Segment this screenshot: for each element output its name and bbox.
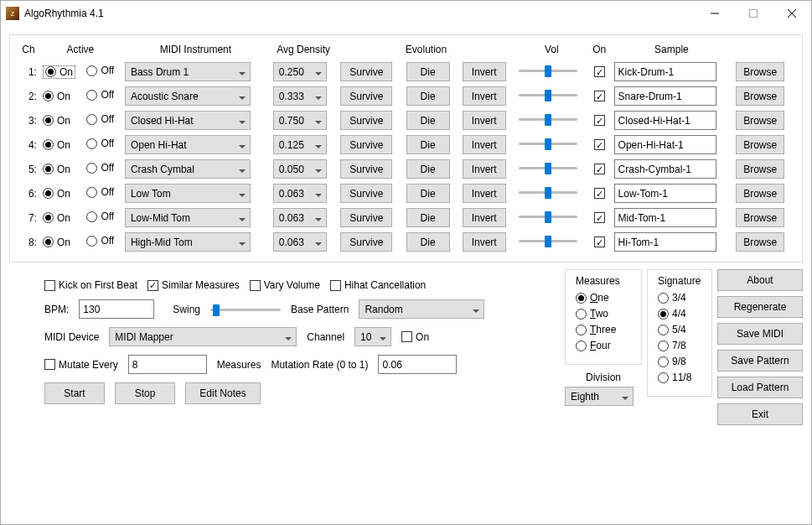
vary-volume-check[interactable]: Vary Volume <box>250 279 320 291</box>
volume-slider[interactable] <box>519 111 577 127</box>
active-off-radio[interactable]: Off <box>86 113 114 125</box>
similar-measures-check[interactable]: Similar Measures <box>147 279 240 291</box>
signature-option[interactable]: 4/4 <box>658 308 701 320</box>
die-button[interactable]: Die <box>406 184 450 203</box>
active-on-radio[interactable]: On <box>43 237 70 248</box>
midi-on-check[interactable]: On <box>401 331 429 343</box>
bpm-input[interactable]: 130 <box>79 299 154 319</box>
active-off-radio[interactable]: Off <box>86 65 114 76</box>
die-button[interactable]: Die <box>406 86 450 106</box>
density-combo[interactable]: 0.063 <box>273 232 327 252</box>
start-button[interactable]: Start <box>44 382 105 404</box>
browse-button[interactable]: Browse <box>736 184 784 203</box>
survive-button[interactable]: Survive <box>340 232 392 252</box>
edit-notes-button[interactable]: Edit Notes <box>185 382 261 404</box>
mutate-every-check[interactable]: Mutate Every <box>44 359 118 371</box>
measures-option[interactable]: Four <box>576 340 631 351</box>
invert-button[interactable]: Invert <box>463 159 506 179</box>
about-button[interactable]: About <box>717 269 803 291</box>
density-combo[interactable]: 0.125 <box>273 135 327 154</box>
invert-button[interactable]: Invert <box>463 184 506 203</box>
signature-option[interactable]: 5/4 <box>658 324 701 335</box>
sample-on-check[interactable] <box>594 237 605 247</box>
active-on-radio[interactable]: On <box>43 65 75 79</box>
instrument-combo[interactable]: Bass Drum 1 <box>125 62 251 81</box>
die-button[interactable]: Die <box>406 232 450 252</box>
volume-slider[interactable] <box>519 62 577 79</box>
die-button[interactable]: Die <box>406 111 450 130</box>
browse-button[interactable]: Browse <box>736 62 784 81</box>
die-button[interactable]: Die <box>406 208 450 227</box>
active-off-radio[interactable]: Off <box>86 211 114 222</box>
volume-slider[interactable] <box>519 86 577 103</box>
close-button[interactable] <box>773 1 811 26</box>
midi-device-combo[interactable]: MIDI Mapper <box>109 327 297 346</box>
sample-on-check[interactable] <box>594 188 605 199</box>
sample-input[interactable]: Kick-Drum-1 <box>614 62 716 81</box>
sample-input[interactable]: Crash-Cymbal-1 <box>614 159 716 179</box>
minimize-button[interactable] <box>696 1 734 26</box>
sample-on-check[interactable] <box>594 91 605 101</box>
regenerate-button[interactable]: Regenerate <box>717 296 803 318</box>
sample-on-check[interactable] <box>594 139 605 150</box>
volume-slider[interactable] <box>519 159 577 176</box>
die-button[interactable]: Die <box>406 135 450 154</box>
survive-button[interactable]: Survive <box>340 208 392 227</box>
density-combo[interactable]: 0.050 <box>273 159 327 179</box>
browse-button[interactable]: Browse <box>736 159 784 179</box>
sample-on-check[interactable] <box>594 115 605 126</box>
density-combo[interactable]: 0.063 <box>273 184 327 203</box>
active-on-radio[interactable]: On <box>43 212 70 224</box>
survive-button[interactable]: Survive <box>340 135 392 154</box>
active-off-radio[interactable]: Off <box>86 138 114 149</box>
browse-button[interactable]: Browse <box>736 232 784 252</box>
die-button[interactable]: Die <box>406 159 450 179</box>
volume-slider[interactable] <box>519 208 577 225</box>
measures-option[interactable]: One <box>576 292 631 304</box>
signature-option[interactable]: 7/8 <box>658 340 701 351</box>
die-button[interactable]: Die <box>406 62 450 81</box>
instrument-combo[interactable]: Low Tom <box>125 184 251 203</box>
active-off-radio[interactable]: Off <box>86 89 114 101</box>
sample-on-check[interactable] <box>594 66 605 77</box>
exit-button[interactable]: Exit <box>717 403 803 425</box>
instrument-combo[interactable]: Crash Cymbal <box>125 159 251 179</box>
active-on-radio[interactable]: On <box>43 139 70 151</box>
browse-button[interactable]: Browse <box>736 208 784 227</box>
signature-option[interactable]: 11/8 <box>658 372 701 383</box>
sample-input[interactable]: Low-Tom-1 <box>614 184 716 203</box>
instrument-combo[interactable]: Closed Hi-Hat <box>125 111 251 130</box>
survive-button[interactable]: Survive <box>340 184 392 203</box>
hihat-cancellation-check[interactable]: Hihat Cancellation <box>330 279 426 291</box>
sample-on-check[interactable] <box>594 164 605 174</box>
measures-option[interactable]: Three <box>576 324 631 335</box>
active-off-radio[interactable]: Off <box>86 235 114 247</box>
sample-input[interactable]: Open-Hi-Hat-1 <box>614 135 716 154</box>
invert-button[interactable]: Invert <box>463 135 506 154</box>
invert-button[interactable]: Invert <box>463 86 506 106</box>
density-combo[interactable]: 0.063 <box>273 208 327 227</box>
active-on-radio[interactable]: On <box>43 115 70 127</box>
survive-button[interactable]: Survive <box>340 159 392 179</box>
active-on-radio[interactable]: On <box>43 188 70 200</box>
density-combo[interactable]: 0.750 <box>273 111 327 130</box>
active-off-radio[interactable]: Off <box>86 162 114 174</box>
swing-slider[interactable] <box>210 301 281 318</box>
browse-button[interactable]: Browse <box>736 135 784 154</box>
sample-on-check[interactable] <box>594 212 605 223</box>
load-pattern-button[interactable]: Load Pattern <box>717 377 803 398</box>
volume-slider[interactable] <box>519 135 577 152</box>
survive-button[interactable]: Survive <box>340 86 392 106</box>
measures-option[interactable]: Two <box>576 308 631 320</box>
midi-channel-combo[interactable]: 10 <box>354 327 391 346</box>
invert-button[interactable]: Invert <box>463 208 506 227</box>
maximize-button[interactable] <box>734 1 773 26</box>
signature-option[interactable]: 9/8 <box>658 356 701 367</box>
mutation-rate-input[interactable]: 0.06 <box>378 355 457 374</box>
active-on-radio[interactable]: On <box>43 164 70 175</box>
signature-option[interactable]: 3/4 <box>658 292 701 304</box>
stop-button[interactable]: Stop <box>115 382 175 404</box>
browse-button[interactable]: Browse <box>736 111 784 130</box>
instrument-combo[interactable]: Low-Mid Tom <box>125 208 251 227</box>
sample-input[interactable]: Closed-Hi-Hat-1 <box>614 111 716 130</box>
